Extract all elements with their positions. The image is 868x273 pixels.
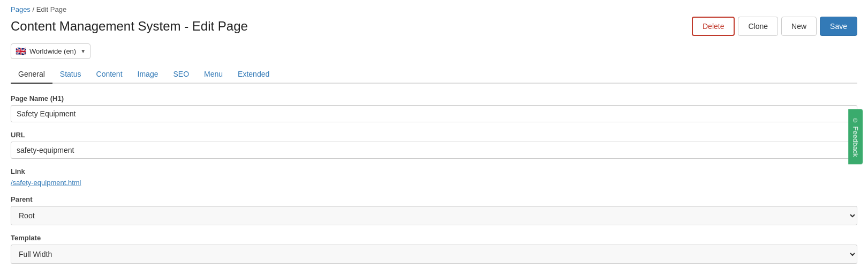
link-value[interactable]: /safety-equipment.html (11, 179, 81, 187)
template-label: Template (11, 234, 857, 242)
clone-button[interactable]: Clone (738, 17, 778, 36)
tab-menu[interactable]: Menu (197, 65, 230, 84)
tabs-bar: General Status Content Image SEO Menu Ex… (11, 65, 857, 84)
tab-seo[interactable]: SEO (165, 65, 197, 84)
breadcrumb-current: Edit Page (36, 5, 66, 13)
tab-status[interactable]: Status (52, 65, 89, 84)
tab-image[interactable]: Image (130, 65, 166, 84)
feedback-tab[interactable]: ☺ Feedback (848, 109, 863, 164)
url-section: URL (11, 131, 857, 159)
locale-selector[interactable]: 🇬🇧 Worldwide (en) ▼ (11, 43, 90, 59)
link-section: Link /safety-equipment.html (11, 167, 857, 187)
page-name-input[interactable] (11, 105, 857, 122)
template-select[interactable]: Full Width Default Custom (11, 245, 857, 264)
locale-label: Worldwide (en) (29, 47, 76, 55)
tab-content[interactable]: Content (89, 65, 130, 84)
parent-select[interactable]: Root (11, 206, 857, 225)
parent-label: Parent (11, 195, 857, 203)
header-buttons: Delete Clone New Save (692, 17, 857, 36)
header-row: Content Management System - Edit Page De… (11, 17, 857, 36)
url-input[interactable] (11, 142, 857, 159)
page-wrapper: Pages / Edit Page Content Management Sys… (0, 0, 868, 273)
delete-button[interactable]: Delete (692, 17, 735, 36)
link-label: Link (11, 167, 857, 175)
breadcrumb-separator: / (33, 5, 36, 13)
locale-flag-icon: 🇬🇧 (16, 46, 26, 56)
parent-section: Parent Root (11, 195, 857, 225)
page-name-label: Page Name (H1) (11, 94, 857, 102)
feedback-label: Feedback (851, 126, 859, 157)
page-title: Content Management System - Edit Page (11, 19, 248, 34)
page-name-section: Page Name (H1) (11, 94, 857, 122)
locale-caret-icon: ▼ (80, 48, 86, 54)
save-button[interactable]: Save (820, 17, 857, 36)
breadcrumb-pages-link[interactable]: Pages (11, 5, 31, 13)
template-section: Template Full Width Default Custom (11, 234, 857, 264)
url-label: URL (11, 131, 857, 139)
form-general: Page Name (H1) URL Link /safety-equipmen… (11, 94, 857, 264)
breadcrumb: Pages / Edit Page (11, 5, 857, 13)
feedback-icon: ☺ (851, 116, 859, 123)
new-button[interactable]: New (781, 17, 817, 36)
tab-general[interactable]: General (11, 65, 52, 84)
tab-extended[interactable]: Extended (230, 65, 277, 84)
